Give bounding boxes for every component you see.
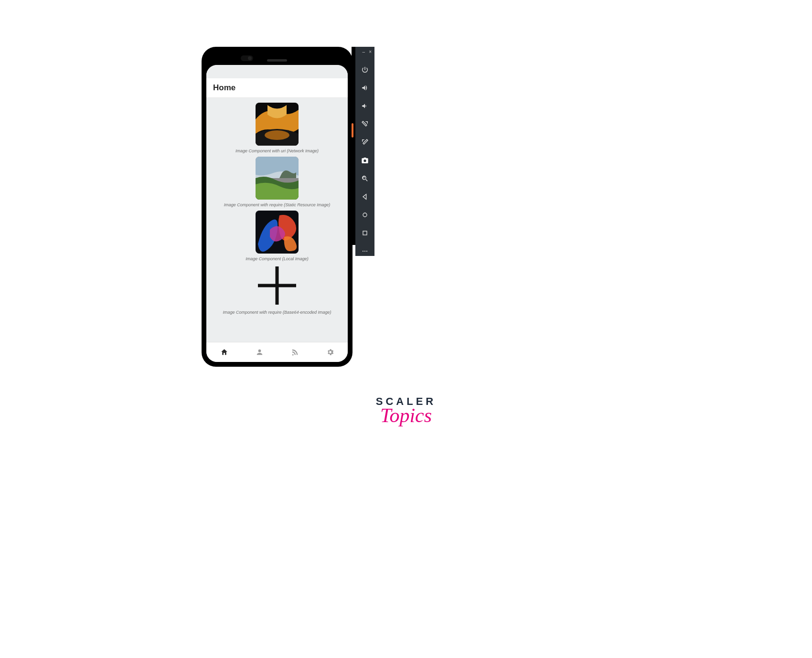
bottom-tab-bar	[206, 342, 348, 362]
brand-word-topics: Topics	[376, 404, 436, 427]
app-header: Home	[206, 78, 348, 98]
tab-feed[interactable]	[277, 342, 312, 362]
svg-point-4	[366, 251, 367, 252]
image-block-local: Image Component (Local Image)	[246, 211, 309, 262]
emulator-device-cluster: – × Home	[202, 47, 374, 367]
close-button[interactable]: ×	[369, 50, 372, 54]
scaler-topics-logo: SCALER Topics	[376, 395, 436, 427]
phone-bezel-top	[202, 49, 353, 58]
minimize-button[interactable]: –	[363, 50, 365, 54]
network-image-thumb	[256, 103, 299, 146]
svg-point-0	[363, 213, 367, 217]
base64-image-thumb	[256, 264, 299, 307]
tab-home[interactable]	[206, 342, 242, 362]
user-icon	[256, 348, 264, 356]
phone-frame: Home Image Compo	[202, 47, 353, 367]
rotate-right-icon[interactable]	[355, 138, 374, 147]
home-nav-icon[interactable]	[355, 210, 374, 220]
svg-point-2	[363, 251, 363, 252]
image-block-static: Image Component with require (Static Res…	[224, 157, 331, 208]
overview-icon[interactable]	[355, 228, 374, 238]
phone-screen: Home Image Compo	[206, 65, 348, 362]
back-icon[interactable]	[355, 192, 374, 202]
tab-profile[interactable]	[242, 342, 277, 362]
emulator-side-toolbar: – ×	[355, 47, 374, 256]
svg-point-3	[364, 251, 365, 252]
more-icon[interactable]	[355, 246, 374, 256]
static-image-thumb	[256, 157, 299, 200]
device-accent-tab	[352, 123, 353, 138]
phone-speaker	[267, 59, 287, 62]
volume-up-icon[interactable]	[355, 83, 374, 93]
rss-icon	[291, 348, 299, 356]
base64-image-caption: Image Component with require (Base64-enc…	[223, 310, 331, 315]
image-block-base64: Image Component with require (Base64-enc…	[223, 264, 331, 315]
rotate-left-icon[interactable]	[355, 119, 374, 129]
svg-rect-1	[363, 231, 367, 235]
gear-icon	[326, 348, 334, 356]
status-bar	[206, 65, 348, 78]
app-body[interactable]: Image Component with uri (Network Image)	[206, 98, 348, 342]
phone-front-camera	[241, 55, 253, 61]
window-controls: – ×	[355, 50, 374, 54]
local-image-thumb	[256, 211, 299, 254]
local-image-caption: Image Component (Local Image)	[246, 256, 309, 262]
network-image-caption: Image Component with uri (Network Image)	[235, 149, 319, 154]
camera-icon[interactable]	[355, 156, 374, 165]
image-block-network: Image Component with uri (Network Image)	[235, 103, 319, 154]
home-icon	[220, 348, 228, 356]
static-image-caption: Image Component with require (Static Res…	[224, 202, 331, 208]
tab-settings[interactable]	[312, 342, 348, 362]
power-icon[interactable]	[355, 65, 374, 74]
volume-down-icon[interactable]	[355, 101, 374, 111]
zoom-icon[interactable]	[355, 174, 374, 183]
svg-point-6	[265, 130, 289, 140]
page-title: Home	[213, 83, 341, 93]
